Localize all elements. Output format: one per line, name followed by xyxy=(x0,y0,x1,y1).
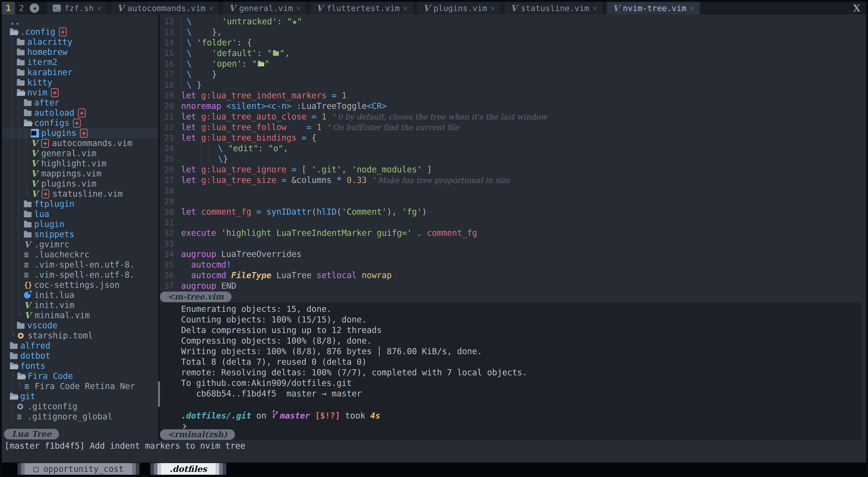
code-token xyxy=(367,175,372,185)
tab-fluttertest.vim[interactable]: Vfluttertest.vim× xyxy=(310,2,413,14)
code-token: = xyxy=(291,165,297,174)
tree-item-autoload[interactable]: autoload+ xyxy=(2,108,158,118)
tree-item-label: .gvimrc xyxy=(34,240,69,249)
tmux-session-active[interactable]: .dotfiles xyxy=(150,463,226,475)
tree-item-label: snippets xyxy=(34,230,74,239)
segment-fade xyxy=(223,463,226,475)
tree-item-git[interactable]: git xyxy=(2,391,158,401)
tree-item-general.vim[interactable]: Vgeneral.vim xyxy=(2,148,158,159)
code-token: g:lua_tree_bindings xyxy=(201,133,297,143)
tree-item-Fira Code[interactable]: └Fira Code xyxy=(2,371,158,381)
tree-item-vscode[interactable]: vscode xyxy=(2,320,158,331)
tree-item-.vim-spell-en.utf-8.[interactable]: ≡.vim-spell-en.utf-8. xyxy=(2,270,158,280)
tree-item-iterm2[interactable]: iterm2 xyxy=(2,57,158,67)
indent-guide xyxy=(181,27,184,37)
tree-icon-cell xyxy=(10,393,20,400)
code-token: "★" xyxy=(287,16,302,26)
tree-item-minimal.vim[interactable]: └Vminimal.vim xyxy=(2,310,158,320)
tab-general.vim[interactable]: Vgeneral.vim× xyxy=(223,2,306,14)
git-modified-badge: + xyxy=(59,28,67,36)
tab-close-icon[interactable]: × xyxy=(209,4,213,12)
git-modified-badge: + xyxy=(41,139,49,148)
tree-item-.vim-spell-en.utf-8.[interactable]: ≡.vim-spell-en.utf-8. xyxy=(2,260,158,270)
tab-close-icon[interactable]: × xyxy=(403,4,407,12)
tree-item-init.lua[interactable]: init.lua xyxy=(2,290,158,300)
tab-page-2[interactable]: 2 xyxy=(15,2,28,14)
tree-item-starship.toml[interactable]: └starship.toml xyxy=(2,331,158,341)
tree-item-plugin[interactable]: plugin xyxy=(2,219,158,229)
tab-autocommands.vim[interactable]: Vautocommands.vim× xyxy=(111,2,219,14)
code-content: let g:lua_tree_follow = 1 " On bufEnter … xyxy=(181,123,459,132)
close-all-icon[interactable]: X xyxy=(853,2,860,14)
tree-item-alfred[interactable]: alfred xyxy=(2,341,158,351)
tree-item-kitty[interactable]: kitty xyxy=(2,77,158,88)
code-token: , xyxy=(283,143,288,153)
back-circle-button[interactable]: ◀ xyxy=(28,2,41,14)
tree-item-highlight.vim[interactable]: Vhighlight.vim xyxy=(2,159,158,169)
code-token: \ xyxy=(187,70,192,79)
code-token xyxy=(216,228,221,238)
tmux-session-inactive[interactable]: □ opportunity_cost xyxy=(18,463,140,475)
tab-close-icon[interactable]: × xyxy=(593,4,597,12)
tree-item-.config[interactable]: .config+ xyxy=(2,27,158,37)
tree-item-label: highlight.vim xyxy=(41,159,106,168)
code-content: autocmd FileType LuaTree setlocal nowrap xyxy=(181,270,392,280)
tab-close-icon[interactable]: × xyxy=(491,4,495,12)
tree-item-plugins.vim[interactable]: Vplugins.vim xyxy=(2,179,158,189)
tree-item-init.vim[interactable]: Vinit.vim xyxy=(2,300,158,310)
tree-item-lua[interactable]: lua xyxy=(2,209,158,219)
code-line: 14\ 'folder': { xyxy=(160,37,866,48)
tab-close-icon[interactable]: × xyxy=(690,4,694,12)
code-token: :LuaTreeToggle xyxy=(291,101,367,111)
tab-close-icon[interactable]: × xyxy=(297,4,301,12)
vim-icon: V xyxy=(316,3,323,13)
code-editor[interactable]: 12\ 'untracked': "★"13\ },14\ 'folder': … xyxy=(160,14,866,291)
tree-item-dotbot[interactable]: dotbot xyxy=(2,351,158,361)
indent-guide xyxy=(12,199,19,209)
tab-plugins.vim[interactable]: Vplugins.vim× xyxy=(417,2,501,14)
tab-nvim-tree.vim[interactable]: Vnvim-tree.vim× xyxy=(607,2,700,14)
code-content: autocmd! xyxy=(181,260,231,270)
folder-icon xyxy=(24,101,32,106)
tree-item-alacritty[interactable]: alacritty xyxy=(2,37,158,47)
tree-item-configs[interactable]: configs+ xyxy=(2,118,158,128)
folder-icon xyxy=(24,111,32,116)
tree-item-mappings.vim[interactable]: Vmappings.vim xyxy=(2,169,158,179)
tree-scrollbar-thumb[interactable] xyxy=(158,381,160,407)
tree-item-fonts[interactable]: fonts xyxy=(2,361,158,371)
tree-item-plugins[interactable]: plugins+ xyxy=(2,128,158,138)
tree-item-.gitignore_global[interactable]: ≡.gitignore_global xyxy=(2,411,158,422)
tree-item-snippets[interactable]: snippets xyxy=(2,229,158,239)
tree-item-label: starship.toml xyxy=(28,331,93,340)
tree-item-Fira Code Retina Ner[interactable]: └≡Fira Code Retina Ner xyxy=(2,381,158,391)
tab-fzf.sh[interactable]: >_fzf.sh× xyxy=(47,2,107,14)
code-token xyxy=(311,123,316,132)
tree-item-..[interactable]: .. xyxy=(2,16,158,27)
tree-item-homebrew[interactable]: homebrew xyxy=(2,47,158,57)
pane-separator[interactable] xyxy=(158,14,160,440)
code-token: \ xyxy=(187,59,192,69)
terminal-icon: >_ xyxy=(53,4,61,12)
tree-item-statusline.vim[interactable]: └V+statusline.vim xyxy=(2,189,158,199)
tree-item-coc-settings.json[interactable]: {}coc-settings.json xyxy=(2,280,158,290)
tree-item-.luacheckrc[interactable]: ≡.luacheckrc xyxy=(2,249,158,260)
terminal-pane[interactable]: Enumerating objects: 15, done.Counting o… xyxy=(160,302,861,429)
tab-page-1[interactable]: 1 xyxy=(2,2,15,14)
code-line: 25\} xyxy=(160,154,866,164)
tree-item-after[interactable]: after xyxy=(2,98,158,108)
file-tree-pane[interactable]: ...config+alacrittyhomebrewiterm2karabin… xyxy=(2,14,158,440)
tree-item-nvim[interactable]: nvim+ xyxy=(2,88,158,98)
tree-item-autocommands.vim[interactable]: V+autocommands.vim xyxy=(2,138,158,148)
vim-file-icon: V xyxy=(24,240,30,249)
code-content: let g:lua_tree_ignore = [ '.git', 'node_… xyxy=(181,165,432,174)
tab-close-icon[interactable]: × xyxy=(97,4,101,12)
tree-item-.gitconfig[interactable]: .gitconfig xyxy=(2,401,158,411)
code-token: ! xyxy=(226,260,231,270)
tree-item-karabiner[interactable]: karabiner xyxy=(2,67,158,77)
tree-icon-cell xyxy=(24,99,34,106)
tree-item-ftplugin[interactable]: ftplugin xyxy=(2,199,158,209)
tree-item-.gvimrc[interactable]: V.gvimrc xyxy=(2,239,158,249)
tree-icon-cell xyxy=(24,221,34,228)
folder-icon xyxy=(24,222,32,228)
tab-statusline.vim[interactable]: Vstatusline.vim× xyxy=(505,2,603,14)
